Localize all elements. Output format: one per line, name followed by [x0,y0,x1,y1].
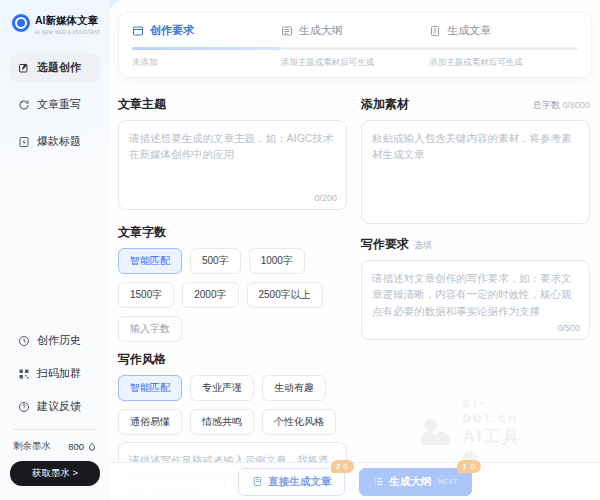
footer-bar: 直接生成文章 2 生成大纲 NEXT 1 [110,462,600,500]
ai-bot-logo-icon [418,416,454,450]
generate-outline-cost-badge: 1 [457,460,480,473]
browser-icon [132,25,144,37]
word-count-chips: 智能匹配500字1000字1500字2000字2500字以上输入字数 [118,248,347,342]
outline-list-icon [281,25,293,37]
ink-amount: 800 [68,441,84,452]
sidebar-item-topic-creation[interactable]: 选题创作 [10,53,100,82]
app-title: AI新媒体文章 [35,14,101,28]
step-generate-article[interactable]: 生成文章 [429,23,578,38]
main-panel: 创作要求 生成大纲 生成文章 未添加 添加主题或素材后可生成 添加主题或素材后可… [110,0,600,500]
step-creation-requirements[interactable]: 创作要求 [132,23,281,38]
style-label: 写作风格 [118,351,166,368]
progress-segment-2 [281,47,430,50]
chip-option[interactable]: 专业严谨 [190,375,254,401]
step-status-1: 未添加 [132,57,281,69]
sidebar-item-article-rewrite[interactable]: 文章重写 [10,90,100,119]
ink-drop-icon [87,442,97,452]
chip-option[interactable]: 1000字 [249,248,305,274]
edit-square-icon [18,62,30,74]
app-logo: AI新媒体文章 AI NEW MEDIA ASSISTANT [12,14,100,35]
topic-input[interactable] [118,120,347,210]
sidebar-item-label: 扫码加群 [37,366,81,381]
material-total-label: 总字数 [533,100,560,110]
sidebar-item-label: 爆款标题 [37,134,81,149]
generate-outline-label: 生成大纲 [389,475,431,489]
generate-outline-button[interactable]: 生成大纲 NEXT 1 [359,468,471,496]
app-subtitle: AI NEW MEDIA ASSISTANT [35,30,101,35]
file-icon [252,476,263,487]
requirement-counter: 0/500 [557,323,580,333]
ink-drop-icon [469,463,476,470]
topic-counter: 0/200 [314,193,337,203]
step-status-2: 添加主题或素材后可生成 [281,57,430,69]
step-label: 生成大纲 [299,23,343,38]
document-flash-icon [18,136,30,148]
stepper: 创作要求 生成大纲 生成文章 未添加 添加主题或素材后可生成 添加主题或素材后可… [118,12,592,78]
chip-option[interactable]: 生动有趣 [262,375,326,401]
ink-drop-icon [342,463,349,470]
sidebar-item-label: 选题创作 [37,60,81,75]
step-label: 创作要求 [150,23,194,38]
watermark-line1: ai-bot.cn [463,395,533,425]
requirement-input[interactable] [361,260,590,340]
word-count-label: 文章字数 [118,224,166,241]
chip-option[interactable]: 通俗易懂 [118,409,182,435]
chip-option[interactable]: 2000字 [182,282,238,308]
app-logo-icon [12,14,30,32]
generate-article-button[interactable]: 直接生成文章 2 [238,468,345,496]
material-label: 添加素材 [361,96,409,113]
sidebar-item-hot-titles[interactable]: 爆款标题 [10,127,100,156]
chip-option[interactable]: 500字 [190,248,241,274]
next-hint: NEXT [438,478,457,485]
topic-label: 文章主题 [118,96,166,113]
ink-remaining-label: 剩余墨水 [13,440,51,453]
step-label: 生成文章 [447,23,491,38]
sidebar-item-history[interactable]: 创作历史 [10,326,100,355]
rewrite-icon [18,99,30,111]
generate-article-cost-badge: 2 [331,460,354,473]
chip-option[interactable]: 2500字以上 [247,282,323,308]
sidebar-item-label: 创作历史 [37,333,81,348]
sidebar-divider [12,429,98,430]
sidebar-item-label: 文章重写 [37,97,81,112]
chip-option[interactable]: 个性化风格 [262,409,336,435]
requirement-label: 写作要求 [361,237,409,251]
get-ink-button[interactable]: 获取墨水 > [10,461,100,486]
question-circle-icon [18,401,30,413]
chip-option[interactable]: 智能匹配 [118,375,182,401]
sidebar-item-feedback[interactable]: 建议反馈 [10,392,100,421]
requirement-optional-label: 选填 [414,240,432,250]
material-counter: 0/8000 [562,100,590,110]
list-icon [373,476,384,487]
chip-option[interactable]: 情感共鸣 [190,409,254,435]
file-text-icon [429,25,441,37]
sidebar-item-scan-group[interactable]: 扫码加群 [10,359,100,388]
sidebar: AI新媒体文章 AI NEW MEDIA ASSISTANT 选题创作 文章重写… [0,0,110,500]
step-generate-outline[interactable]: 生成大纲 [281,23,430,38]
style-chips: 智能匹配专业严谨生动有趣通俗易懂情感共鸣个性化风格 [118,375,347,435]
step-status-3: 添加主题或素材后可生成 [429,57,578,69]
generate-article-label: 直接生成文章 [268,475,331,489]
progress-segment-1 [132,47,281,50]
material-input[interactable] [361,120,590,224]
stepper-progress-bar [132,47,578,50]
sidebar-item-label: 建议反馈 [37,399,81,414]
chip-option[interactable]: 输入字数 [118,316,182,342]
progress-segment-3 [429,47,578,50]
chip-option[interactable]: 1500字 [118,282,174,308]
qr-code-icon [18,368,30,380]
chip-option[interactable]: 智能匹配 [118,248,182,274]
clock-icon [18,335,30,347]
